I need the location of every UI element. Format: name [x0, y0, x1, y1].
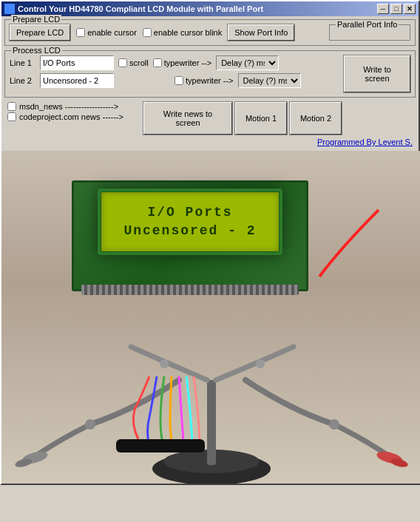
msdn-label: msdn_news ------------------>: [19, 102, 118, 111]
scroll-label: scroll: [118, 58, 149, 67]
enable-cursor-checkbox[interactable]: [76, 28, 85, 37]
right-arm-seg1: [245, 380, 334, 424]
credit-text: Programmed By Levent S.: [4, 138, 416, 148]
codeproject-checkbox[interactable]: [7, 112, 16, 121]
line1-input[interactable]: [40, 55, 114, 70]
prepare-lcd-button[interactable]: Prepare LCD: [10, 24, 70, 41]
title-bar: Control Your HD44780 Compliant LCD Modul…: [1, 1, 419, 16]
prepare-lcd-row: Prepare LCD enable cursor enable cursor …: [10, 24, 410, 41]
bottom-buttons: Write news to screen Motion 1 Motion 2: [143, 102, 342, 135]
typewriter1-label: typewriter -->: [153, 58, 212, 67]
line1-label: Line 1: [10, 58, 35, 67]
typewriter1-checkbox[interactable]: [153, 58, 162, 67]
left-arm-seg1: [90, 380, 179, 424]
window-content: Prepare LCD Prepare LCD enable cursor en…: [1, 16, 419, 151]
left-arm-seg2: [38, 424, 90, 454]
line2-label: Line 2: [10, 76, 35, 85]
parallel-port-label: Parallel Port Info: [336, 20, 399, 29]
line2-row: Line 2 typewriter --> Delay (?) ms: [10, 73, 339, 88]
prepare-controls: Prepare LCD enable cursor enable cursor …: [10, 24, 326, 41]
scroll-checkbox[interactable]: [118, 58, 127, 67]
title-bar-left: Control Your HD44780 Compliant LCD Modul…: [4, 4, 263, 14]
news-section: msdn_news ------------------> codeprojec…: [7, 102, 140, 132]
line2-input[interactable]: [40, 73, 114, 88]
line1-row: Line 1 scroll typewriter --> Delay (?) m…: [10, 55, 339, 70]
write-to-screen-button[interactable]: Write to screen: [344, 55, 410, 92]
right-arm-seg2: [334, 424, 386, 454]
upper-left-arm: [131, 347, 207, 380]
typewriter2-checkbox[interactable]: [175, 76, 183, 85]
upper-right-joint: [256, 359, 265, 368]
maximize-button[interactable]: □: [390, 4, 402, 14]
prepare-lcd-label: Prepare LCD: [11, 15, 61, 24]
enable-cursor-blink-label: enable cursor blink: [143, 28, 222, 37]
enable-cursor-label: enable cursor: [76, 28, 137, 37]
motion1-button[interactable]: Motion 1: [235, 102, 287, 135]
msdn-row: msdn_news ------------------>: [7, 102, 140, 111]
upper-right-arm: [216, 347, 294, 380]
write-news-button[interactable]: Write news to screen: [143, 102, 232, 135]
show-port-info-button[interactable]: Show Port Info: [228, 24, 294, 41]
motion2-button[interactable]: Motion 2: [290, 102, 342, 135]
msdn-checkbox[interactable]: [7, 102, 16, 111]
prepare-lcd-left: Prepare LCD enable cursor enable cursor …: [10, 24, 326, 41]
process-lcd-group: Process LCD Line 1 scroll typewriter -->: [4, 50, 416, 98]
upper-arms: [131, 347, 294, 380]
bottom-section: msdn_news ------------------> codeprojec…: [4, 102, 416, 135]
codeproject-row: codeproject.com news ------>: [7, 112, 140, 121]
black-strap: [116, 439, 205, 452]
prepare-lcd-group: Prepare LCD Prepare LCD enable cursor en…: [4, 19, 416, 46]
right-arm: [245, 380, 409, 469]
typewriter2-label: typewriter -->: [175, 76, 234, 85]
codeproject-label: codeproject.com news ------>: [19, 112, 123, 121]
app-icon: [4, 4, 15, 14]
window-title: Control Your HD44780 Compliant LCD Modul…: [18, 4, 263, 13]
left-joint: [85, 419, 95, 430]
lcd-line1: I/O Ports: [104, 203, 276, 222]
right-joint: [329, 419, 339, 430]
wire-pink: [194, 376, 200, 447]
enable-cursor-blink-checkbox[interactable]: [143, 28, 152, 37]
close-button[interactable]: ✕: [404, 4, 416, 14]
upper-left-joint: [160, 359, 169, 368]
main-window: Control Your HD44780 Compliant LCD Modul…: [0, 0, 420, 485]
delay2-dropdown[interactable]: Delay (?) ms: [238, 73, 301, 88]
minimize-button[interactable]: ─: [377, 4, 389, 14]
photo-section: I/O Ports Uncensored - 2: [1, 151, 420, 484]
parallel-port-info-group: Parallel Port Info: [329, 24, 410, 41]
process-lcd-content: Line 1 scroll typewriter --> Delay (?) m…: [10, 55, 339, 92]
helping-hands-stand: [1, 232, 420, 484]
delay1-dropdown[interactable]: Delay (?) ms: [216, 55, 279, 70]
wire-blue: [148, 376, 158, 447]
title-buttons: ─ □ ✕: [377, 4, 416, 14]
process-lcd-label: Process LCD: [11, 46, 62, 55]
center-post: [207, 380, 216, 465]
